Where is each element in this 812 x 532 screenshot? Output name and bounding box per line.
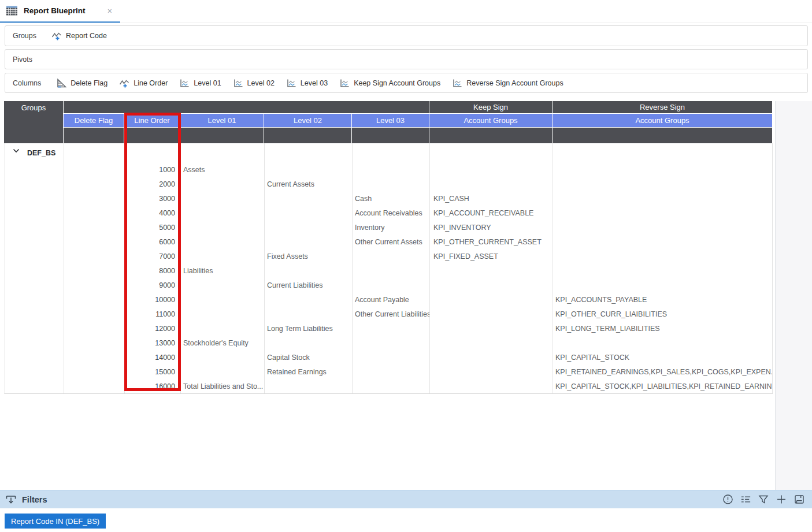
cell-level-02[interactable] bbox=[265, 336, 353, 350]
cell-line-order[interactable]: 15000 bbox=[125, 364, 181, 379]
cell-level-01[interactable] bbox=[181, 321, 265, 336]
cell-level-02[interactable] bbox=[265, 191, 353, 206]
cell-level-03[interactable] bbox=[353, 336, 430, 350]
cell-line-order[interactable]: 2000 bbox=[125, 177, 181, 191]
cell-line-order[interactable]: 7000 bbox=[125, 249, 181, 263]
cell-level-02[interactable] bbox=[265, 206, 353, 220]
header-filter-cell-1[interactable] bbox=[124, 128, 180, 143]
cell-level-03[interactable]: Other Current Liabilities bbox=[353, 307, 430, 321]
cell-reverse-sign-account-groups[interactable] bbox=[553, 249, 773, 263]
header-filter-cell-2[interactable] bbox=[180, 128, 264, 143]
cell-level-03[interactable]: Other Current Assets bbox=[353, 235, 430, 249]
cell-line-order[interactable]: 8000 bbox=[125, 263, 181, 278]
cell-level-02[interactable]: Capital Stock bbox=[265, 350, 353, 364]
cell-line-order[interactable]: 1000 bbox=[125, 162, 181, 177]
cell-line-order[interactable]: 6000 bbox=[125, 235, 181, 249]
cell-delete-flag[interactable] bbox=[64, 321, 125, 336]
column-header-level-03-4[interactable]: Level 03 bbox=[352, 114, 429, 128]
cell-level-01[interactable]: Stockholder's Equity bbox=[181, 336, 265, 350]
pivots-panel[interactable]: Pivots bbox=[5, 49, 808, 69]
cell-line-order[interactable]: 4000 bbox=[125, 206, 181, 220]
header-filter-cell-4[interactable] bbox=[352, 128, 429, 143]
header-filter-cell-3[interactable] bbox=[264, 128, 352, 143]
column-header-account-groups-5[interactable]: Account Groups bbox=[429, 114, 553, 128]
cell-keep-sign-account-groups[interactable] bbox=[430, 162, 553, 177]
cell-level-03[interactable]: Account Receivables bbox=[353, 206, 430, 220]
cell-level-01[interactable]: Assets bbox=[181, 162, 265, 177]
cell-delete-flag[interactable] bbox=[64, 364, 125, 379]
cell-delete-flag[interactable] bbox=[64, 162, 125, 177]
cell-reverse-sign-account-groups[interactable] bbox=[553, 177, 773, 191]
cell-level-01[interactable] bbox=[181, 278, 265, 292]
groups-panel[interactable]: Groups Report Code bbox=[5, 25, 808, 46]
cell-delete-flag[interactable] bbox=[64, 191, 125, 206]
cell-delete-flag[interactable] bbox=[64, 350, 125, 364]
cell-delete-flag[interactable] bbox=[64, 206, 125, 220]
header-filter-cell-0[interactable] bbox=[64, 128, 124, 143]
group-cell[interactable]: DEF_BS bbox=[5, 143, 64, 162]
cell-keep-sign-account-groups[interactable] bbox=[430, 307, 553, 321]
cell-line-order[interactable]: 10000 bbox=[125, 292, 181, 307]
cell-level-03[interactable] bbox=[353, 177, 430, 191]
cell-level-01[interactable]: Total Liabilities and Sto... bbox=[181, 379, 265, 393]
cell-level-01[interactable] bbox=[181, 350, 265, 364]
column-header-level-01-2[interactable]: Level 01 bbox=[180, 114, 264, 128]
field-chip-reverse-sign-account-groups[interactable]: Reverse Sign Account Groups bbox=[452, 78, 563, 88]
cell-delete-flag[interactable] bbox=[64, 307, 125, 321]
cell-level-02[interactable]: Current Liabilities bbox=[265, 278, 353, 292]
save-icon[interactable] bbox=[794, 493, 806, 505]
cell-level-01[interactable] bbox=[181, 177, 265, 191]
cell-level-03[interactable]: Account Payable bbox=[353, 292, 430, 307]
cell-level-02[interactable]: Long Term Liabilities bbox=[265, 321, 353, 336]
cell-line-order[interactable]: 12000 bbox=[125, 321, 181, 336]
alert-circle-icon[interactable] bbox=[722, 493, 734, 505]
cell-level-01[interactable] bbox=[181, 235, 265, 249]
cell-line-order[interactable]: 3000 bbox=[125, 191, 181, 206]
cell-line-order[interactable]: 14000 bbox=[125, 350, 181, 364]
column-header-level-02-3[interactable]: Level 02 bbox=[264, 114, 352, 128]
tab-report-blueprint[interactable]: Report Blueprint × bbox=[0, 0, 120, 21]
cell-reverse-sign-account-groups[interactable] bbox=[553, 206, 773, 220]
cell-level-02[interactable] bbox=[265, 162, 353, 177]
cell-delete-flag[interactable] bbox=[64, 249, 125, 263]
column-header-delete-flag-0[interactable]: Delete Flag bbox=[64, 114, 124, 128]
cell-line-order[interactable]: 9000 bbox=[125, 278, 181, 292]
cell-level-03[interactable] bbox=[353, 364, 430, 379]
cell-level-01[interactable] bbox=[181, 307, 265, 321]
cell-level-03[interactable] bbox=[353, 263, 430, 278]
cell-keep-sign-account-groups[interactable] bbox=[430, 321, 553, 336]
cell-level-01[interactable] bbox=[181, 220, 265, 235]
column-header-line-order-1[interactable]: Line Order bbox=[124, 114, 180, 128]
cell-level-01[interactable] bbox=[181, 191, 265, 206]
cell-delete-flag[interactable] bbox=[64, 278, 125, 292]
field-chip-level-01[interactable]: Level 01 bbox=[179, 78, 221, 88]
cell-reverse-sign-account-groups[interactable] bbox=[553, 235, 773, 249]
cell-reverse-sign-account-groups[interactable]: KPI_CAPITAL_STOCK bbox=[553, 350, 773, 364]
cell-level-02[interactable]: Retained Earnings bbox=[265, 364, 353, 379]
cell-line-order[interactable]: 5000 bbox=[125, 220, 181, 235]
cell-delete-flag[interactable] bbox=[64, 177, 125, 191]
cell-level-02[interactable] bbox=[265, 379, 353, 393]
cell-keep-sign-account-groups[interactable] bbox=[430, 177, 553, 191]
cell-reverse-sign-account-groups[interactable]: KPI_ACCOUNTS_PAYABLE bbox=[553, 292, 773, 307]
cell-line-order[interactable]: 13000 bbox=[125, 336, 181, 350]
funnel-icon[interactable] bbox=[758, 493, 770, 505]
columns-panel[interactable]: Columns Delete FlagLine OrderLevel 01Lev… bbox=[5, 73, 808, 93]
cell-reverse-sign-account-groups[interactable] bbox=[553, 191, 773, 206]
cell-delete-flag[interactable] bbox=[64, 336, 125, 350]
cell-reverse-sign-account-groups[interactable] bbox=[553, 162, 773, 177]
cell-keep-sign-account-groups[interactable]: KPI_OTHER_CURRENT_ASSET bbox=[430, 235, 553, 249]
cell-line-order[interactable]: 11000 bbox=[125, 307, 181, 321]
cell-level-01[interactable] bbox=[181, 364, 265, 379]
cell-level-03[interactable] bbox=[353, 321, 430, 336]
cell-level-03[interactable]: Cash bbox=[353, 191, 430, 206]
cell-keep-sign-account-groups[interactable] bbox=[430, 350, 553, 364]
filter-chip-report-code[interactable]: Report Code IN (DEF_BS) bbox=[5, 514, 106, 529]
cell-reverse-sign-account-groups[interactable]: KPI_RETAINED_EARNINGS,KPI_SALES,KPI_COGS… bbox=[553, 364, 773, 379]
cell-delete-flag[interactable] bbox=[64, 263, 125, 278]
cell-keep-sign-account-groups[interactable] bbox=[430, 278, 553, 292]
cell-delete-flag[interactable] bbox=[64, 379, 125, 393]
cell-level-01[interactable]: Liabilities bbox=[181, 263, 265, 278]
cell-level-02[interactable]: Fixed Assets bbox=[265, 249, 353, 263]
cell-reverse-sign-account-groups[interactable] bbox=[553, 336, 773, 350]
